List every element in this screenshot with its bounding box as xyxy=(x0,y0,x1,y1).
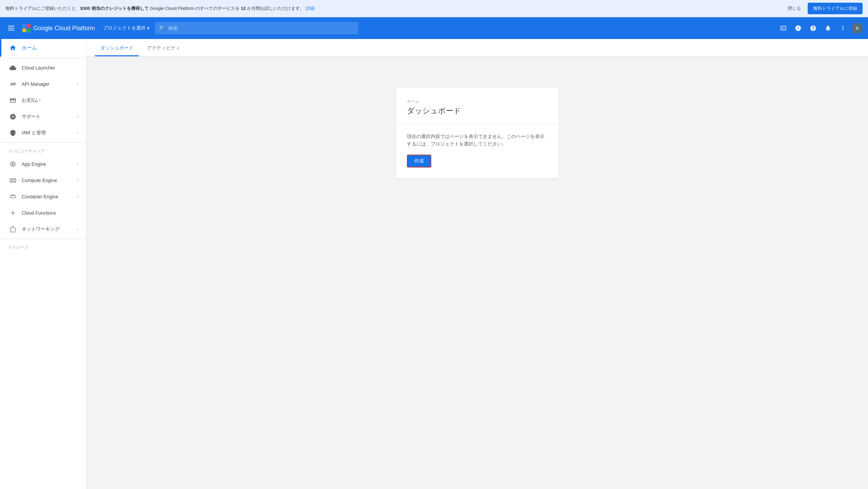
more-options-button[interactable] xyxy=(837,22,849,34)
banner-text: 無料トライアルにご登録いただくと、$300 相当のクレジットを獲得して Goog… xyxy=(5,5,785,12)
chevron-right-icon-2: › xyxy=(77,114,78,119)
sidebar-billing-label: お支払い xyxy=(22,97,78,103)
close-banner-button[interactable]: 閉じる xyxy=(785,4,804,13)
hamburger-icon xyxy=(8,26,14,31)
main-layout: ホーム Cloud Launcher API API Manager › お支払… xyxy=(0,39,868,489)
chevron-right-icon-4: › xyxy=(77,162,78,167)
detail-link[interactable]: 詳細 xyxy=(306,6,314,11)
notification-button[interactable] xyxy=(822,22,834,34)
sidebar-item-cloud-functions[interactable]: Cloud Functions xyxy=(0,205,86,221)
dashboard-card: ホーム ダッシュボード 現在の選択内容ではページを表示できません。このページを表… xyxy=(396,88,559,178)
sidebar-home-label: ホーム xyxy=(22,45,37,51)
chevron-down-icon: ▾ xyxy=(147,25,149,31)
project-selector[interactable]: プロジェクトを選択 ▾ xyxy=(103,25,149,31)
tabs-bar: ダッシュボード アクティビティ xyxy=(87,39,868,57)
sidebar-item-compute-engine[interactable]: Compute Engine › xyxy=(0,172,86,189)
sidebar-api-manager-label: API Manager xyxy=(22,81,71,87)
search-input[interactable] xyxy=(168,25,354,31)
sidebar-cloud-launcher-label: Cloud Launcher xyxy=(22,65,78,71)
app-header: Google Cloud Platform プロジェクトを選択 ▾ 🔍 A xyxy=(0,17,868,39)
chevron-right-icon: › xyxy=(77,82,78,86)
terminal-icon xyxy=(780,25,787,32)
card-title: ダッシュボード xyxy=(407,106,548,116)
sidebar-item-app-engine[interactable]: App Engine › xyxy=(0,156,86,172)
sidebar-item-home[interactable]: ホーム xyxy=(0,39,86,57)
cloud-shell-button[interactable] xyxy=(777,22,789,34)
help-icon xyxy=(810,25,817,32)
sidebar-support-label: サポート xyxy=(22,114,71,120)
sidebar-section-computing: コンピューティング xyxy=(0,144,86,156)
trial-banner: 無料トライアルにご登録いただくと、$300 相当のクレジットを獲得して Goog… xyxy=(0,0,868,17)
sidebar-app-engine-label: App Engine xyxy=(22,161,71,167)
svg-point-8 xyxy=(11,212,12,213)
header-actions: A xyxy=(777,22,863,34)
menu-button[interactable] xyxy=(5,23,17,33)
main-content: ホーム ダッシュボード 現在の選択内容ではページを表示できません。このページを表… xyxy=(87,57,868,210)
chevron-right-icon-3: › xyxy=(77,131,78,135)
app-title: Google Cloud Platform xyxy=(33,25,95,32)
svg-point-1 xyxy=(12,163,14,165)
sidebar-section-storage: ストレージ xyxy=(0,240,86,252)
sidebar-item-iam[interactable]: IAM と管理 › xyxy=(0,125,86,141)
banner-actions: 閉じる 無料トライアルに登録 xyxy=(785,3,863,14)
chevron-right-icon-6: › xyxy=(77,194,78,199)
user-avatar[interactable]: A xyxy=(852,23,863,34)
sidebar-divider-top xyxy=(0,58,86,58)
more-vert-icon xyxy=(840,25,846,32)
google-grid-icon xyxy=(22,24,30,32)
sidebar-item-networking[interactable]: ネットワーキング › xyxy=(0,221,86,237)
help-button[interactable] xyxy=(807,22,819,34)
sidebar-cloud-functions-label: Cloud Functions xyxy=(22,210,78,216)
sidebar-item-container-engine[interactable]: Container Engine › xyxy=(0,189,86,205)
svg-point-10 xyxy=(12,211,13,212)
svg-point-7 xyxy=(13,213,13,213)
tab-dashboard[interactable]: ダッシュボード xyxy=(95,40,139,56)
sidebar-item-billing[interactable]: お支払い xyxy=(0,92,86,109)
svg-point-9 xyxy=(14,212,15,213)
svg-rect-2 xyxy=(10,179,16,182)
header-logo: Google Cloud Platform xyxy=(22,24,95,32)
svg-rect-5 xyxy=(11,196,16,198)
sidebar-iam-label: IAM と管理 xyxy=(22,130,71,136)
sidebar-divider-computing xyxy=(0,142,86,143)
cloud-functions-icon xyxy=(9,210,16,216)
card-breadcrumb: ホーム xyxy=(407,99,548,104)
networking-icon xyxy=(9,226,16,233)
app-engine-icon xyxy=(9,161,16,168)
sidebar-container-engine-label: Container Engine xyxy=(22,194,71,199)
iam-icon xyxy=(9,130,16,136)
search-bar[interactable]: 🔍 xyxy=(155,22,358,34)
svg-point-11 xyxy=(12,214,13,215)
support-icon xyxy=(9,113,16,120)
api-manager-icon: API xyxy=(9,81,16,87)
container-engine-icon xyxy=(9,193,16,200)
cloud-launcher-icon xyxy=(9,64,16,71)
info-button[interactable] xyxy=(792,22,804,34)
card-message: 現在の選択内容ではページを表示できません。このページを表示するには、プロジェクト… xyxy=(407,133,548,148)
sidebar-item-cloud-launcher[interactable]: Cloud Launcher xyxy=(0,60,86,76)
info-icon xyxy=(795,25,802,32)
notification-icon xyxy=(825,25,831,32)
trial-register-button[interactable]: 無料トライアルに登録 xyxy=(808,3,863,14)
sidebar-item-support[interactable]: サポート › xyxy=(0,109,86,125)
search-icon: 🔍 xyxy=(159,25,166,32)
create-button[interactable]: 作成 xyxy=(407,155,431,168)
sidebar-divider-storage xyxy=(0,239,86,239)
chevron-right-icon-7: › xyxy=(77,227,78,232)
chevron-right-icon-5: › xyxy=(77,178,78,183)
main-content-area: ダッシュボード アクティビティ ホーム ダッシュボード 現在の選択内容ではページ… xyxy=(87,39,868,489)
compute-engine-icon xyxy=(9,177,16,184)
sidebar-networking-label: ネットワーキング xyxy=(22,226,71,232)
billing-icon xyxy=(9,97,16,104)
sidebar-item-api-manager[interactable]: API API Manager › xyxy=(0,76,86,92)
home-icon xyxy=(9,44,16,51)
sidebar: ホーム Cloud Launcher API API Manager › お支払… xyxy=(0,39,87,489)
card-divider xyxy=(396,124,559,124)
sidebar-compute-engine-label: Compute Engine xyxy=(22,178,71,183)
tab-activity[interactable]: アクティビティ xyxy=(142,40,186,56)
